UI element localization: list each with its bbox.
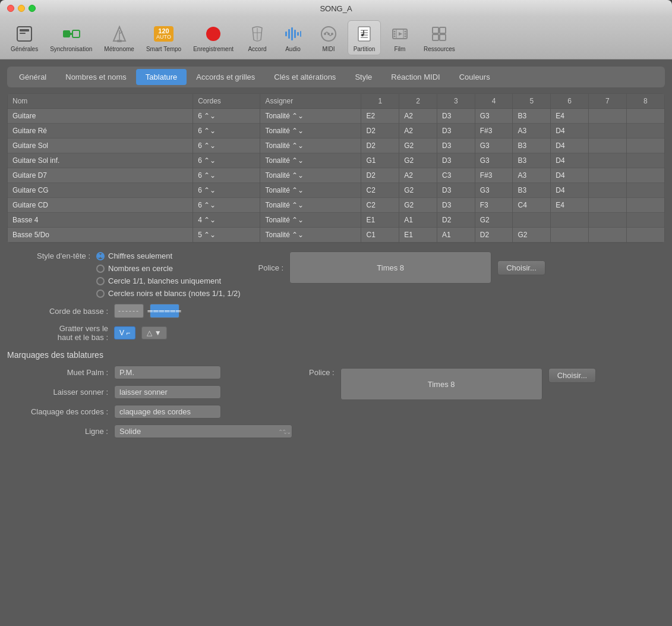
- toolbar-item-ressources[interactable]: Ressources: [419, 21, 460, 55]
- radio-cercle[interactable]: Nombres en cercle: [96, 264, 241, 273]
- table-row[interactable]: Guitare D76 ⌃⌄Tonalité ⌃⌄D2A2C3F#3A3D4: [8, 168, 664, 183]
- laisser-sonner-row: Laisser sonner :: [7, 385, 291, 399]
- ligne-select[interactable]: Solide Tirets Points: [114, 424, 292, 438]
- tab-cles-alterations[interactable]: Clés et altérations: [264, 69, 345, 85]
- table-row[interactable]: Guitare CD6 ⌃⌄Tonalité ⌃⌄C2G2D3F3C4E4: [8, 198, 664, 213]
- svg-point-9: [206, 27, 220, 41]
- cell-name: Guitare Ré: [8, 124, 193, 139]
- cell-n7: [588, 168, 626, 183]
- cell-n8: [626, 168, 664, 183]
- partition-icon: [354, 23, 375, 45]
- tab-style[interactable]: Style: [345, 69, 381, 85]
- cell-cordes: 6 ⌃⌄: [193, 183, 260, 198]
- corde-basse-option1[interactable]: ------: [114, 304, 144, 318]
- fullscreen-button[interactable]: [29, 5, 36, 12]
- toolbar-item-film[interactable]: Film: [383, 21, 417, 55]
- cell-assigner: Tonalité ⌃⌄: [260, 124, 361, 139]
- police-choose-button[interactable]: Choisir...: [497, 260, 545, 275]
- tab-accords-grilles[interactable]: Accords et grilles: [187, 69, 264, 85]
- svg-rect-1: [20, 29, 29, 32]
- gratter-label: Gratter vers le haut et le bas :: [7, 324, 108, 342]
- toolbar-item-enregistrement[interactable]: Enregistrement: [188, 21, 238, 55]
- table-row[interactable]: Guitare CG6 ⌃⌄Tonalité ⌃⌄C2G2D3G3B3D4: [8, 183, 664, 198]
- table-row[interactable]: Guitare Ré6 ⌃⌄Tonalité ⌃⌄D2A2D3F#3A3D4: [8, 124, 664, 139]
- col-header-1: 1: [361, 94, 399, 109]
- cell-n3: D2: [437, 213, 475, 228]
- cell-n7: [588, 213, 626, 228]
- cell-name: Guitare CG: [8, 183, 193, 198]
- col-header-assigner: Assigner: [260, 94, 361, 109]
- minimize-button[interactable]: [18, 5, 25, 12]
- marquages-police-value: Times 8: [428, 380, 455, 389]
- gratter-btn2[interactable]: △ ▼: [141, 326, 166, 339]
- style-entete-label: Style d'en-tête :: [7, 251, 90, 260]
- tab-general[interactable]: Général: [10, 69, 56, 85]
- cell-n8: [626, 213, 664, 228]
- gratter-label-line1: Gratter vers le: [59, 324, 108, 333]
- toolbar-item-partition[interactable]: Partition: [348, 20, 381, 55]
- svg-point-35: [404, 31, 406, 33]
- cell-n5: A3: [513, 168, 551, 183]
- cell-assigner: Tonalité ⌃⌄: [260, 139, 361, 153]
- cell-name: Guitare Sol inf.: [8, 153, 193, 168]
- cell-name: Basse 5/Do: [8, 228, 193, 243]
- cell-assigner: Tonalité ⌃⌄: [260, 109, 361, 124]
- accord-label: Accord: [248, 46, 266, 52]
- marquages-police-choose-button[interactable]: Choisir...: [548, 368, 597, 383]
- cell-n4: F3: [475, 198, 513, 213]
- tab-couleurs[interactable]: Couleurs: [450, 69, 500, 85]
- cell-n2: A2: [399, 168, 437, 183]
- cell-n5: [513, 213, 551, 228]
- cell-cordes: 6 ⌃⌄: [193, 124, 260, 139]
- radio-chiffres[interactable]: Chiffres seulement: [96, 251, 241, 260]
- toolbar-item-synchronisation[interactable]: Synchronisation: [45, 21, 97, 55]
- table-row[interactable]: Guitare6 ⌃⌄Tonalité ⌃⌄E2A2D3G3B3E4: [8, 109, 664, 124]
- metronome-label: Métronome: [104, 46, 134, 52]
- col-header-7: 7: [588, 94, 626, 109]
- tab-tablature[interactable]: Tablature: [136, 69, 187, 85]
- cell-assigner: Tonalité ⌃⌄: [260, 153, 361, 168]
- toolbar-item-midi[interactable]: MIDI: [312, 21, 345, 55]
- svg-point-33: [393, 33, 395, 35]
- table-row[interactable]: Basse 5/Do5 ⌃⌄Tonalité ⌃⌄C1E1A1D2G2: [8, 228, 664, 243]
- toolbar-item-generales[interactable]: Générales: [6, 21, 43, 55]
- cell-n2: A2: [399, 124, 437, 139]
- cell-n6: D4: [551, 168, 589, 183]
- toolbar-item-smart-tempo[interactable]: 120 AUTO Smart Tempo: [141, 21, 186, 55]
- midi-label: MIDI: [322, 46, 335, 52]
- title-bar: SONG_A: [0, 0, 672, 17]
- table-row[interactable]: Guitare Sol6 ⌃⌄Tonalité ⌃⌄D2G2D3G3B3D4: [8, 139, 664, 153]
- police-value: Times 8: [377, 263, 404, 272]
- tab-nombres-noms[interactable]: Nombres et noms: [56, 69, 136, 85]
- svg-rect-40: [440, 27, 446, 33]
- tab-reaction-midi[interactable]: Réaction MIDI: [381, 69, 449, 85]
- cell-assigner: Tonalité ⌃⌄: [260, 228, 361, 243]
- cell-name: Guitare Sol: [8, 139, 193, 153]
- col-header-4: 4: [475, 94, 513, 109]
- cell-n2: A1: [399, 213, 437, 228]
- radio-cercle11[interactable]: Cercle 1/1, blanches uniquement: [96, 276, 241, 285]
- cell-n6: D4: [551, 153, 589, 168]
- laisser-sonner-input[interactable]: [114, 385, 221, 399]
- cell-n2: G2: [399, 183, 437, 198]
- col-header-5: 5: [513, 94, 551, 109]
- cell-n6: [551, 213, 589, 228]
- table-row[interactable]: Guitare Sol inf.6 ⌃⌄Tonalité ⌃⌄G1G2D3G3B…: [8, 153, 664, 168]
- cell-n5: B3: [513, 153, 551, 168]
- claquage-input[interactable]: [114, 405, 221, 419]
- cell-cordes: 5 ⌃⌄: [193, 228, 260, 243]
- close-button[interactable]: [7, 5, 14, 12]
- toolbar-item-metronome[interactable]: Métronome: [99, 21, 139, 55]
- toolbar-item-accord[interactable]: Accord: [241, 21, 274, 55]
- cell-n7: [588, 198, 626, 213]
- table-row[interactable]: Basse 44 ⌃⌄Tonalité ⌃⌄E1A1D2G2: [8, 213, 664, 228]
- corde-basse-option2[interactable]: ══════: [150, 304, 179, 318]
- cell-n3: D3: [437, 198, 475, 213]
- gratter-btn1[interactable]: V ⌐: [114, 326, 135, 339]
- muet-palm-input[interactable]: [114, 366, 221, 379]
- metronome-icon: [109, 23, 130, 45]
- marquages-police-section: Police : Times 8 Choisir...: [309, 366, 596, 400]
- cell-n4: D2: [475, 228, 513, 243]
- radio-cercles-nb[interactable]: Cercles noirs et blancs (notes 1/1, 1/2): [96, 289, 241, 298]
- toolbar-item-audio[interactable]: Audio: [276, 21, 310, 55]
